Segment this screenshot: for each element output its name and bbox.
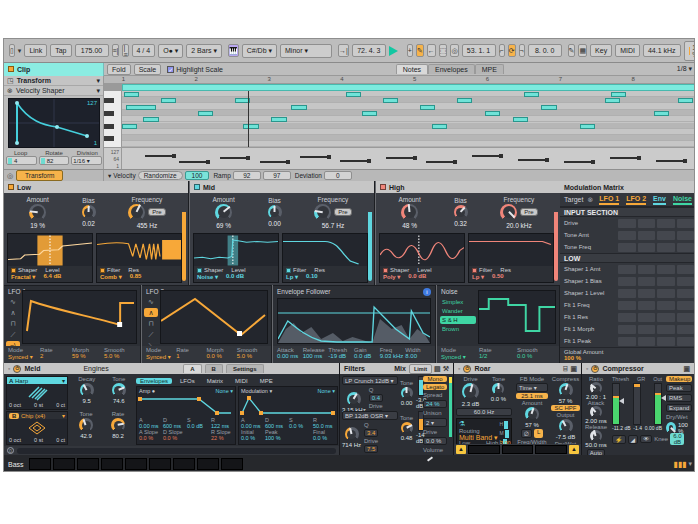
filter-type-menu[interactable]: Lp ▾ bbox=[286, 273, 298, 280]
filter-a-type-menu[interactable]: LP Crunch 12dB ▾ bbox=[342, 376, 398, 385]
matrix-row-label[interactable]: Flt 1 Morph bbox=[564, 326, 616, 332]
filter-display[interactable]: FilterResLp ▾0.10 bbox=[282, 233, 368, 283]
play-button[interactable] bbox=[389, 46, 398, 56]
link-icon[interactable]: L bbox=[534, 429, 543, 438]
lane-chooser[interactable]: ▾ bbox=[108, 172, 111, 180]
pitch-row[interactable] bbox=[122, 91, 695, 97]
freq-value[interactable]: 9.03 kHz bbox=[380, 353, 406, 359]
fb-amount-knob[interactable] bbox=[525, 407, 539, 421]
matrix-cell[interactable] bbox=[657, 243, 675, 252]
shaper-display[interactable]: ShaperLevelNoise ▾0.0 dB bbox=[193, 233, 279, 283]
amount-value[interactable]: 69 % bbox=[216, 222, 231, 229]
pitch-row[interactable] bbox=[122, 104, 695, 110]
midi-note[interactable] bbox=[124, 92, 139, 97]
amount-value[interactable]: 48 % bbox=[402, 222, 417, 229]
key-scale-menu[interactable]: Minor ▾ bbox=[280, 44, 332, 58]
release-value[interactable]: 100 ms bbox=[303, 353, 329, 359]
filter-a-freq-knob[interactable] bbox=[347, 392, 361, 406]
modulation-label[interactable]: Modulation ▾ bbox=[241, 388, 272, 394]
decay-knob[interactable] bbox=[80, 383, 94, 397]
lfo2-display[interactable] bbox=[160, 290, 268, 344]
matrix-cell[interactable] bbox=[618, 325, 636, 334]
matrix-cell[interactable] bbox=[657, 219, 675, 228]
midi-note[interactable] bbox=[126, 105, 156, 110]
ramp-start-field[interactable]: 92 bbox=[233, 171, 261, 180]
mod-final[interactable]: 0.0 % bbox=[313, 435, 335, 441]
expression-lane[interactable]: 127641 bbox=[104, 147, 695, 169]
follow-icon[interactable]: →| bbox=[338, 44, 349, 57]
lfo2-rate[interactable]: 1 bbox=[176, 353, 206, 359]
midi-note[interactable] bbox=[432, 124, 447, 129]
key-root-menu[interactable]: C#/Db ▾ bbox=[242, 44, 277, 58]
ramp-up-icon[interactable]: ⟋ bbox=[144, 330, 158, 339]
warning-icon[interactable]: ▲ bbox=[456, 445, 466, 454]
tab-envelopes[interactable]: Envelopes bbox=[428, 64, 475, 74]
tempo-field[interactable]: 175.00 bbox=[75, 44, 109, 57]
lfo2-smooth[interactable]: 5.0 % bbox=[237, 353, 267, 359]
tab-notes[interactable]: Notes bbox=[396, 64, 428, 74]
black-key[interactable] bbox=[104, 124, 114, 129]
filter-type-menu[interactable]: Comb ▾ bbox=[100, 273, 122, 280]
lfo1-morph[interactable]: 59 % bbox=[72, 353, 104, 359]
mod-source-lfo2[interactable]: LFO 2 bbox=[626, 195, 646, 205]
output-knob[interactable] bbox=[559, 419, 573, 433]
matrix-cell[interactable] bbox=[657, 325, 675, 334]
randomize-amount-field[interactable]: 100 bbox=[185, 171, 210, 180]
level-value[interactable]: 0.0 dB bbox=[408, 273, 426, 280]
frequency-knob[interactable] bbox=[314, 204, 331, 221]
level-value[interactable]: 6.4 dB bbox=[43, 273, 61, 280]
automation-segment[interactable] bbox=[656, 160, 685, 162]
pin-icon[interactable]: ◎ bbox=[7, 172, 13, 180]
res-value[interactable]: 0.50 bbox=[492, 273, 504, 280]
model-rms[interactable]: RMS bbox=[666, 394, 692, 402]
invert-icon[interactable]: ∅ bbox=[521, 429, 532, 438]
meld-tab-settings[interactable]: Settings bbox=[226, 364, 264, 373]
engine-a-selector[interactable]: A Harp▾ bbox=[7, 377, 67, 384]
bias-knob[interactable] bbox=[82, 205, 96, 219]
matrix-row-label[interactable]: Shaper 1 Bias bbox=[564, 278, 616, 284]
noise-type-brown[interactable]: Brown bbox=[440, 325, 476, 333]
matrix-cell[interactable] bbox=[638, 219, 656, 228]
lfo2-mode[interactable]: Synced ▾ bbox=[146, 353, 176, 360]
rotate-field[interactable]: 82 bbox=[39, 156, 70, 165]
arrangement-position-field[interactable]: 72. 4. 3 bbox=[352, 44, 386, 57]
band-header[interactable]: Mid bbox=[190, 181, 374, 193]
mono-button[interactable]: Mono bbox=[423, 376, 447, 382]
midi-note[interactable] bbox=[524, 92, 539, 97]
loop-length-field[interactable]: 8. 0. 0 bbox=[528, 44, 562, 57]
global-drive-field[interactable]: 0.0 % bbox=[423, 437, 447, 445]
noise-type-wander[interactable]: Wander bbox=[440, 307, 476, 315]
matrix-cell[interactable] bbox=[677, 337, 695, 346]
close-icon[interactable]: ⊗ bbox=[7, 87, 13, 95]
midi-note[interactable] bbox=[513, 117, 528, 122]
transform-apply-button[interactable]: Transform bbox=[16, 170, 63, 181]
filter-display[interactable]: FilterResComb ▾0.85 bbox=[96, 233, 182, 283]
sc-hpf-button[interactable]: SC HPF bbox=[551, 405, 580, 411]
matrix-cell[interactable] bbox=[638, 301, 656, 310]
automation-segment[interactable] bbox=[386, 157, 415, 159]
collapse-icon[interactable]: ◦ bbox=[458, 365, 460, 372]
fold-button[interactable]: Fold bbox=[107, 64, 131, 75]
midi-note[interactable] bbox=[605, 98, 620, 103]
midi-note[interactable] bbox=[541, 105, 556, 110]
draw-mode-icon[interactable]: ✎ bbox=[568, 44, 576, 57]
envelope-follower-display[interactable] bbox=[277, 298, 431, 344]
unison-menu[interactable]: 2 ▾ bbox=[423, 418, 447, 427]
matrix-cell[interactable] bbox=[657, 313, 675, 322]
matrix-cell[interactable] bbox=[657, 337, 675, 346]
pre-button[interactable]: Pre bbox=[148, 208, 165, 216]
scale-mode-icon[interactable]: 🎹 bbox=[228, 44, 239, 57]
matrix-cell[interactable] bbox=[638, 325, 656, 334]
tap-button[interactable]: Tap bbox=[50, 44, 71, 57]
tone-knob[interactable] bbox=[112, 383, 126, 397]
device-thumbnail[interactable] bbox=[221, 458, 243, 470]
transform-tool-selector[interactable]: ⊗Velocity Shaper▾ bbox=[4, 86, 103, 96]
matrix-row-label[interactable]: Flt 1 Res bbox=[564, 314, 616, 320]
sine-wave-icon[interactable]: ∿ bbox=[144, 297, 158, 306]
pitch-row[interactable] bbox=[122, 123, 695, 129]
device-thumbnail[interactable] bbox=[29, 458, 51, 470]
fb-mode-menu[interactable]: Time ▾ bbox=[516, 383, 548, 392]
midi-note[interactable] bbox=[457, 98, 472, 103]
matrix-cell[interactable] bbox=[657, 289, 675, 298]
collapse-icon[interactable]: ◦ bbox=[586, 365, 588, 372]
